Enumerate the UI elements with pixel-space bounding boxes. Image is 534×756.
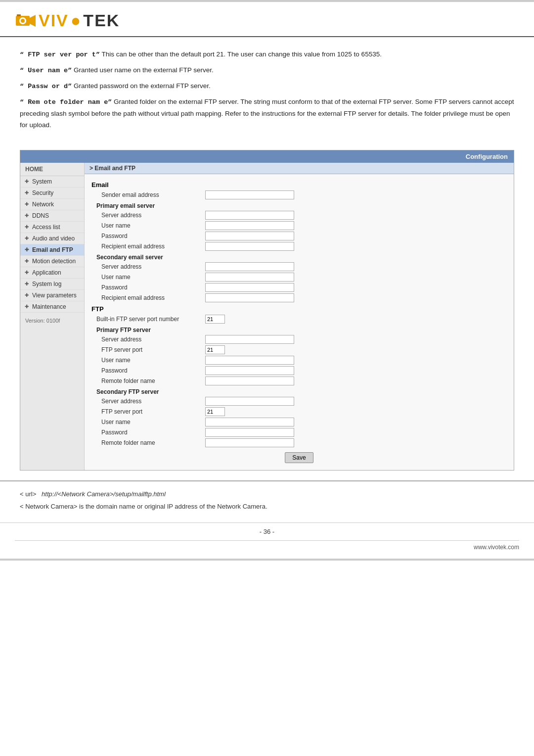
- intro-para3: “ Passw or d” Granted password on the ex…: [20, 81, 514, 93]
- sender-input[interactable]: [205, 190, 294, 199]
- primary-email-password-label: Password: [101, 233, 205, 239]
- secondary-ftp-folder-label: Remote folder name: [101, 439, 205, 446]
- secondary-ftp-username-input[interactable]: [205, 418, 294, 426]
- primary-ftp-password-input[interactable]: [205, 366, 294, 375]
- primary-ftp-username-row: User name: [91, 356, 507, 365]
- sidebar-label-view-parameters: View parameters: [32, 292, 77, 299]
- secondary-ftp-server-row: Server address: [91, 397, 507, 406]
- url-prefix: < url>: [20, 490, 36, 498]
- secondary-ftp-port-label: FTP server port: [101, 408, 205, 415]
- sidebar-item-system-log[interactable]: ✚ System log: [20, 279, 84, 290]
- expand-icon-access-list: ✚: [23, 224, 30, 231]
- sidebar-home[interactable]: HOME: [20, 163, 84, 176]
- sidebar-item-system[interactable]: ✚ System: [20, 176, 84, 188]
- page-number: - 36 -: [0, 522, 534, 540]
- intro-para2: “ User nam e” Granted user name on the e…: [20, 65, 514, 77]
- config-body: HOME ✚ System ✚ Security ✚ Network ✚ DDN…: [20, 163, 514, 470]
- secondary-email-server-row: Server address: [91, 262, 507, 271]
- expand-icon-motion-detection: ✚: [23, 258, 30, 265]
- secondary-ftp-title: Secondary FTP server: [96, 388, 507, 395]
- email-section-title: Email: [91, 181, 507, 189]
- secondary-ftp-password-row: Password: [91, 428, 507, 437]
- primary-email-username-label: User name: [101, 222, 205, 229]
- bottom-bar: [0, 559, 534, 561]
- primary-ftp-port-input[interactable]: [205, 345, 225, 354]
- secondary-email-recipient-input[interactable]: [205, 293, 294, 302]
- primary-ftp-password-row: Password: [91, 366, 507, 375]
- sender-row: Sender email address: [91, 190, 507, 199]
- expand-icon-audio-video: ✚: [23, 235, 30, 242]
- sidebar-item-security[interactable]: ✚ Security: [20, 188, 84, 199]
- sidebar-label-network: Network: [32, 201, 54, 208]
- sidebar: HOME ✚ System ✚ Security ✚ Network ✚ DDN…: [20, 163, 85, 470]
- secondary-email-username-row: User name: [91, 273, 507, 282]
- sender-label: Sender email address: [101, 191, 205, 198]
- secondary-ftp-port-input[interactable]: [205, 407, 225, 416]
- sidebar-item-motion-detection[interactable]: ✚ Motion detection: [20, 256, 84, 267]
- primary-ftp-password-label: Password: [101, 367, 205, 374]
- sidebar-item-access-list[interactable]: ✚ Access list: [20, 222, 84, 233]
- primary-ftp-folder-input[interactable]: [205, 377, 294, 385]
- config-title: Configuration: [466, 153, 508, 160]
- logo: VIV●TEK: [15, 11, 519, 30]
- sidebar-item-ddns[interactable]: ✚ DDNS: [20, 210, 84, 222]
- builtin-ftp-label: Built-in FTP server port number: [96, 316, 205, 323]
- secondary-ftp-folder-row: Remote folder name: [91, 438, 507, 447]
- primary-email-username-row: User name: [91, 221, 507, 230]
- sidebar-item-email-ftp[interactable]: ✚ Email and FTP: [20, 244, 84, 256]
- svg-point-2: [21, 19, 25, 23]
- sidebar-label-email-ftp: Email and FTP: [32, 246, 73, 253]
- primary-email-recipient-input[interactable]: [205, 242, 294, 251]
- secondary-ftp-folder-input[interactable]: [205, 438, 294, 447]
- primary-email-recipient-row: Recipient email address: [91, 242, 507, 251]
- save-button[interactable]: Save: [285, 452, 313, 463]
- secondary-email-username-input[interactable]: [205, 273, 294, 282]
- secondary-email-title: Secondary email server: [96, 254, 507, 261]
- config-header: Configuration: [20, 150, 514, 163]
- expand-icon-application: ✚: [23, 269, 30, 276]
- intro-para1: “ FTP ser ver por t” This can be other t…: [20, 49, 514, 61]
- ftp-section-title: FTP: [91, 305, 507, 313]
- primary-email-password-row: Password: [91, 232, 507, 240]
- sidebar-item-application[interactable]: ✚ Application: [20, 267, 84, 279]
- sidebar-label-motion-detection: Motion detection: [32, 258, 76, 265]
- primary-ftp-port-row: FTP server port: [91, 345, 507, 354]
- footer-note: < Network Camera> is the domain name or …: [20, 502, 514, 512]
- primary-email-server-label: Server address: [101, 212, 205, 219]
- primary-ftp-server-input[interactable]: [205, 335, 294, 344]
- sidebar-version: Version: 0100f: [20, 315, 84, 327]
- secondary-ftp-server-label: Server address: [101, 398, 205, 405]
- logo-camera-icon: [15, 12, 36, 30]
- primary-email-server-input[interactable]: [205, 211, 294, 220]
- expand-icon-ddns: ✚: [23, 212, 30, 219]
- secondary-email-recipient-label: Recipient email address: [101, 294, 205, 301]
- svg-rect-4: [17, 14, 21, 16]
- primary-ftp-username-input[interactable]: [205, 356, 294, 365]
- sidebar-label-ddns: DDNS: [32, 212, 49, 219]
- sidebar-label-application: Application: [32, 269, 61, 276]
- expand-icon-maintenance: ✚: [23, 303, 30, 310]
- primary-ftp-server-row: Server address: [91, 335, 507, 344]
- primary-email-username-input[interactable]: [205, 221, 294, 230]
- expand-icon-system-log: ✚: [23, 281, 30, 287]
- primary-email-recipient-label: Recipient email address: [101, 243, 205, 250]
- sidebar-item-maintenance[interactable]: ✚ Maintenance: [20, 301, 84, 313]
- intro-para4: “ Rem ote folder nam e” Granted folder o…: [20, 96, 514, 131]
- sidebar-item-audio-video[interactable]: ✚ Audio and video: [20, 233, 84, 244]
- sidebar-label-system: System: [32, 178, 52, 185]
- primary-email-password-input[interactable]: [205, 232, 294, 240]
- expand-icon-email-ftp: ✚: [23, 246, 30, 253]
- form-section: Email Sender email address Primary email…: [85, 174, 514, 470]
- primary-ftp-username-label: User name: [101, 357, 205, 364]
- url-text: http://<Network Camera>/setup/mailftp.ht…: [38, 490, 166, 498]
- secondary-ftp-password-input[interactable]: [205, 428, 294, 437]
- sidebar-item-view-parameters[interactable]: ✚ View parameters: [20, 290, 84, 301]
- sidebar-item-network[interactable]: ✚ Network: [20, 199, 84, 210]
- builtin-ftp-input[interactable]: [205, 315, 225, 324]
- secondary-ftp-server-input[interactable]: [205, 397, 294, 406]
- secondary-email-password-input[interactable]: [205, 283, 294, 292]
- secondary-ftp-port-row: FTP server port: [91, 407, 507, 416]
- builtin-ftp-row: Built-in FTP server port number: [91, 315, 507, 324]
- secondary-email-server-input[interactable]: [205, 262, 294, 271]
- secondary-ftp-password-label: Password: [101, 429, 205, 436]
